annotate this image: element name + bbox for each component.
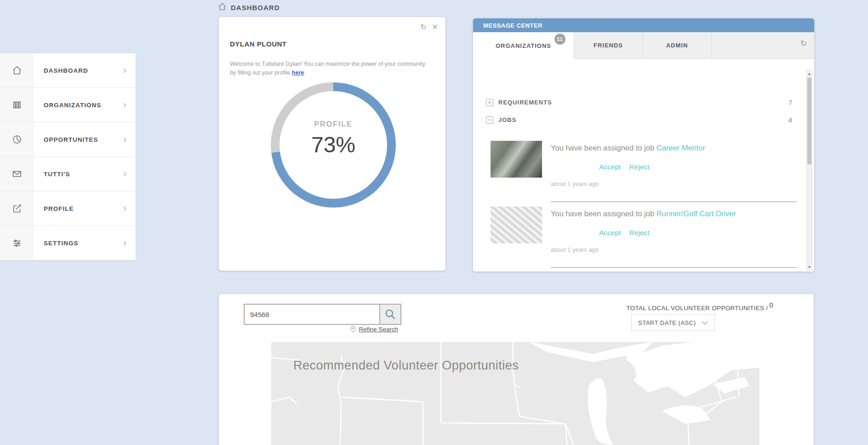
section-label: REQUIREMENTS bbox=[498, 99, 788, 106]
map-overlay-title: Recommended Volunteer Opportunities bbox=[293, 358, 519, 373]
total-opportunities-label: TOTAL LOCAL VOLUNTEER OPPORTUNITIES / bbox=[626, 305, 768, 312]
reject-link[interactable]: Reject bbox=[629, 163, 650, 171]
profile-card: ↻ ✕ DYLAN PLOUNT Welcome to Tuttidaré Dy… bbox=[219, 17, 445, 271]
breadcrumb: DASHBOARD bbox=[218, 2, 280, 13]
search-input[interactable] bbox=[245, 305, 379, 324]
expand-plus-icon[interactable]: + bbox=[486, 99, 493, 106]
section-label: JOBS bbox=[498, 116, 788, 123]
sidebar-item-organizations[interactable]: ORGANIZATIONS › bbox=[0, 88, 136, 122]
chevron-right-icon: › bbox=[123, 169, 126, 179]
welcome-text: Welcome to Tuttidaré Dylan! You can maxi… bbox=[230, 60, 427, 78]
accept-link[interactable]: Accept bbox=[599, 229, 621, 237]
chevron-right-icon: › bbox=[123, 238, 126, 248]
chevron-right-icon: › bbox=[123, 203, 126, 214]
message-center-panel: MESSAGE CENTER ORGANIZATIONS 11 FRIENDS … bbox=[473, 18, 814, 272]
scroll-down-arrow[interactable]: ▼ bbox=[807, 264, 812, 270]
scrollbar-thumb[interactable] bbox=[807, 78, 811, 164]
chevron-right-icon: › bbox=[123, 65, 126, 75]
job-link[interactable]: Career Mentor bbox=[657, 144, 705, 152]
organizations-count-badge: 11 bbox=[554, 34, 565, 45]
jobs-section-row: − JOBS 4 bbox=[486, 116, 797, 124]
requirements-section-row: + REQUIREMENTS 7 bbox=[486, 98, 797, 106]
tab-label: ADMIN bbox=[666, 42, 688, 49]
sort-dropdown-value: START DATE (ASC) bbox=[638, 319, 702, 326]
pie-chart-icon bbox=[0, 122, 34, 156]
tab-label: FRIENDS bbox=[594, 42, 623, 49]
section-count: 7 bbox=[788, 98, 797, 106]
profile-card-title: DYLAN PLOUNT bbox=[230, 40, 287, 48]
sidebar-item-label: OPPORTUNITES bbox=[44, 136, 123, 143]
sidebar-item-label: TUTTI'S bbox=[44, 171, 123, 178]
tab-filler: ↻ bbox=[712, 32, 814, 59]
job-item: You have been assigned to job Career Men… bbox=[486, 136, 797, 202]
reject-link[interactable]: Reject bbox=[629, 229, 650, 237]
message-center-tabs: ORGANIZATIONS 11 FRIENDS ADMIN ↻ bbox=[473, 32, 814, 59]
total-opportunities-count: 0 bbox=[769, 301, 773, 309]
sidebar-item-label: PROFILE bbox=[44, 205, 123, 212]
section-count: 4 bbox=[788, 116, 797, 124]
search-icon bbox=[384, 308, 396, 320]
home-icon bbox=[218, 2, 227, 13]
tab-label: ORGANIZATIONS bbox=[496, 42, 551, 49]
sort-dropdown[interactable]: START DATE (ASC) bbox=[631, 314, 715, 331]
edit-icon bbox=[0, 191, 34, 225]
sidebar-item-dashboard[interactable]: DASHBOARD › bbox=[0, 53, 136, 88]
job-text-prefix: You have been assigned to job bbox=[551, 144, 657, 152]
job-assignment-text: You have been assigned to job Runner/Gol… bbox=[551, 209, 736, 218]
tab-organizations[interactable]: ORGANIZATIONS 11 bbox=[473, 32, 574, 59]
scroll-up-arrow[interactable]: ▲ bbox=[807, 70, 812, 77]
chevron-right-icon: › bbox=[123, 100, 126, 110]
breadcrumb-label: DASHBOARD bbox=[231, 4, 280, 12]
search-button[interactable] bbox=[379, 305, 400, 324]
job-timestamp: about 1 years ago bbox=[551, 246, 599, 253]
job-thumbnail bbox=[491, 207, 542, 243]
message-center-scrollbar[interactable]: ▲ ▼ bbox=[806, 70, 812, 271]
sidebar-item-tuttis[interactable]: TUTTI'S › bbox=[0, 157, 136, 191]
welcome-text-after: . bbox=[304, 69, 305, 76]
accept-link[interactable]: Accept bbox=[599, 163, 621, 171]
opportunities-panel: Refine Search TOTAL LOCAL VOLUNTEER OPPO… bbox=[219, 294, 814, 445]
search-box bbox=[244, 304, 401, 325]
job-item: You have been assigned to job Water Stat… bbox=[486, 268, 797, 272]
collapse-minus-icon[interactable]: − bbox=[486, 116, 493, 124]
sidebar-item-label: ORGANIZATIONS bbox=[44, 102, 123, 109]
message-center-content: + REQUIREMENTS 7 − JOBS 4 You have been … bbox=[473, 59, 814, 272]
us-map-graphic bbox=[271, 342, 760, 445]
job-assignment-text: You have been assigned to job Career Men… bbox=[551, 144, 705, 152]
sidebar-item-label: DASHBOARD bbox=[44, 67, 123, 74]
refresh-icon[interactable]: ↻ bbox=[800, 39, 807, 48]
job-thumbnail bbox=[491, 141, 542, 178]
dashboard-page: DASHBOARD DASHBOARD › ORGANIZATIONS › bbox=[0, 0, 868, 445]
map-pin-icon bbox=[350, 326, 356, 333]
refresh-icon[interactable]: ↻ bbox=[420, 23, 426, 31]
envelope-icon bbox=[0, 157, 34, 191]
job-item: You have been assigned to job Runner/Gol… bbox=[486, 202, 797, 268]
sidebar-item-opportunites[interactable]: OPPORTUNITES › bbox=[0, 122, 136, 157]
sidebar-item-settings[interactable]: SETTINGS › bbox=[0, 226, 136, 260]
sliders-icon bbox=[0, 226, 34, 260]
tab-admin[interactable]: ADMIN bbox=[643, 32, 712, 59]
refine-search: Refine Search bbox=[329, 326, 398, 333]
opportunities-map[interactable]: Recommended Volunteer Opportunities bbox=[271, 342, 760, 445]
close-icon[interactable]: ✕ bbox=[432, 23, 438, 31]
jobs-list: You have been assigned to job Career Men… bbox=[486, 136, 797, 272]
total-opportunities: TOTAL LOCAL VOLUNTEER OPPORTUNITIES /0 bbox=[626, 301, 773, 312]
profile-here-link[interactable]: here bbox=[292, 69, 304, 76]
sidebar: DASHBOARD › ORGANIZATIONS › OPPORTUNITES… bbox=[0, 53, 136, 260]
job-link[interactable]: Runner/Golf Cart Driver bbox=[657, 209, 736, 218]
columns-icon bbox=[0, 88, 34, 122]
donut-value: 73% bbox=[311, 132, 355, 157]
welcome-text-before: Welcome to Tuttidaré Dylan! You can maxi… bbox=[230, 61, 425, 76]
chevron-down-icon bbox=[702, 321, 708, 325]
chevron-right-icon: › bbox=[123, 134, 126, 144]
home-icon bbox=[0, 53, 34, 87]
refine-search-link[interactable]: Refine Search bbox=[359, 326, 398, 333]
message-center-title: MESSAGE CENTER bbox=[483, 22, 542, 29]
sidebar-item-label: SETTINGS bbox=[44, 240, 123, 247]
sidebar-item-profile[interactable]: PROFILE › bbox=[0, 191, 136, 226]
job-timestamp: about 1 years ago bbox=[551, 180, 599, 187]
message-center-header: MESSAGE CENTER bbox=[473, 18, 814, 32]
tab-friends[interactable]: FRIENDS bbox=[574, 32, 643, 59]
job-text-prefix: You have been assigned to job bbox=[551, 209, 657, 218]
profile-donut-chart: PROFILE 73% bbox=[271, 82, 396, 208]
